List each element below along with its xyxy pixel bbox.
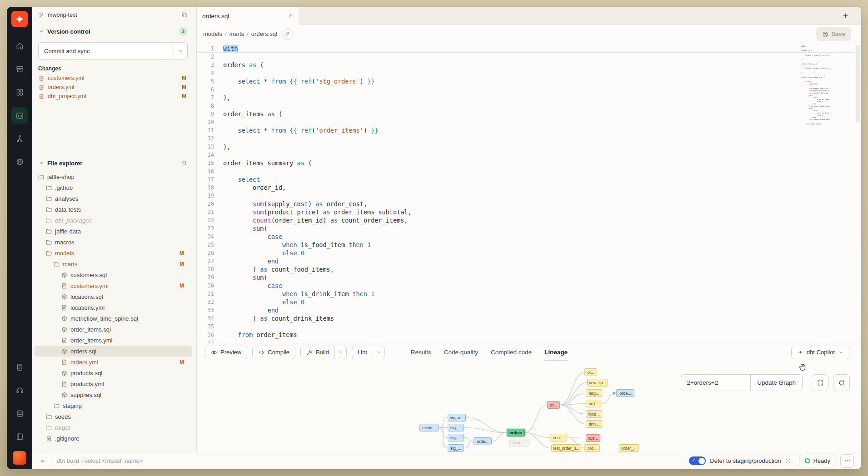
version-control-header[interactable]: Version control 3 <box>32 23 196 40</box>
breadcrumb-item[interactable]: orders.sql <box>251 30 277 37</box>
code-line[interactable]: 8 <box>197 102 861 110</box>
tree-item-.github[interactable]: .github <box>35 182 192 193</box>
close-icon[interactable] <box>288 13 293 19</box>
tree-item-locations.sql[interactable]: locations.sql <box>35 291 192 302</box>
save-button[interactable]: Save <box>816 27 851 41</box>
refresh-icon[interactable] <box>833 374 850 391</box>
code-line[interactable]: 36 from order_items <box>197 331 861 339</box>
more-options-button[interactable] <box>840 454 854 468</box>
nav-item-projects[interactable] <box>11 61 28 77</box>
code-line[interactable]: 24 case <box>197 233 861 241</box>
code-line[interactable]: 35 <box>197 322 861 331</box>
changed-file-orders.yml[interactable]: orders.ymlM <box>32 83 196 92</box>
copy-icon[interactable] <box>181 12 188 18</box>
code-line[interactable]: 22 count(order_item_id) as count_order_i… <box>197 216 861 224</box>
tree-item-products.yml[interactable]: products.yml <box>35 378 192 389</box>
new-tab-button[interactable] <box>839 10 851 22</box>
defer-toggle[interactable] <box>689 456 706 465</box>
build-button[interactable]: Build <box>300 346 335 359</box>
code-line[interactable]: 25 when is_food_item then 1 <box>197 241 861 249</box>
code-editor[interactable]: 1with23orders as (45 select * from {{ re… <box>197 43 861 343</box>
nav-item-orchestration[interactable] <box>11 130 28 147</box>
code-line[interactable]: 17 select <box>197 175 861 183</box>
file-explorer-header[interactable]: File explorer <box>32 155 196 171</box>
tab-orders-sql[interactable]: orders.sql <box>197 7 299 25</box>
code-line[interactable]: 3orders as ( <box>197 61 861 69</box>
code-line[interactable]: 32 else 0 <box>197 298 861 306</box>
code-line[interactable]: 12 <box>197 134 861 143</box>
code-line[interactable]: 18 order_id, <box>197 183 861 192</box>
tree-item-seeds[interactable]: seeds <box>35 411 192 422</box>
avatar[interactable] <box>13 451 26 465</box>
lineage-node-test_[interactable]: test_... <box>509 439 529 446</box>
lineage-node-or[interactable]: or... <box>547 401 560 409</box>
code-line[interactable]: 9order_items as ( <box>197 110 861 118</box>
tree-item-order_items.yml[interactable]: order_items.yml <box>35 335 192 346</box>
tree-item-products.sql[interactable]: products.sql <box>35 367 192 378</box>
tree-item-dbt_packages[interactable]: dbt_packages <box>35 215 192 226</box>
lineage-node-new_cu[interactable]: new_cu... <box>587 379 608 387</box>
lint-button[interactable]: Lint <box>352 346 373 359</box>
code-line[interactable]: 4 <box>197 69 861 77</box>
nav-item-catalog[interactable] <box>11 405 28 421</box>
code-line[interactable]: 6 <box>197 85 861 94</box>
code-line[interactable]: 23 sum( <box>197 224 861 233</box>
nav-item-develop-ide[interactable] <box>11 107 28 124</box>
tab-results[interactable]: Results <box>411 343 431 361</box>
nav-item-apps[interactable] <box>11 84 28 100</box>
code-line[interactable]: 21 sum(product_price) as order_items_sub… <box>197 208 861 216</box>
compile-button[interactable]: Compile <box>252 346 295 359</box>
code-line[interactable]: 34 ) as count_drink_items <box>197 314 861 322</box>
code-line[interactable]: 11 select * from {{ ref('order_items') }… <box>197 126 861 134</box>
lineage-node-ord[interactable]: ord... <box>584 444 600 452</box>
lineage-node-orde[interactable]: orde... <box>474 437 492 445</box>
editor-scrollbar[interactable] <box>856 45 860 122</box>
lineage-node-cus[interactable]: cus... <box>586 434 600 442</box>
changed-file-dbt_project.yml[interactable]: dbt_project.ymlM <box>32 92 196 101</box>
tree-item-customers.yml[interactable]: customers.ymlM <box>35 280 192 291</box>
lineage-node-stg_[interactable]: stg_... <box>448 424 464 431</box>
code-line[interactable]: 5 select * from {{ ref('stg_orders') }} <box>197 77 861 85</box>
breadcrumb-item[interactable]: models <box>203 30 222 37</box>
tab-code-quality[interactable]: Code quality <box>444 343 478 361</box>
lineage-node-cust[interactable]: cust... <box>550 434 567 441</box>
code-line[interactable]: 10 <box>197 118 861 126</box>
code-line[interactable]: 30 case <box>197 282 861 290</box>
tree-item-customers.sql[interactable]: customers.sql <box>35 269 192 280</box>
tree-item-marts[interactable]: martsM <box>35 258 192 269</box>
tree-item-models[interactable]: modelsM <box>35 248 192 258</box>
tree-item-.gitignore[interactable]: .gitignore <box>35 433 192 444</box>
nav-item-explore[interactable] <box>11 154 28 170</box>
code-line[interactable]: 15order_items_summary as ( <box>197 159 861 167</box>
code-line[interactable]: 2 <box>197 53 861 61</box>
nav-item-home[interactable] <box>11 38 28 54</box>
info-icon[interactable] <box>785 458 791 464</box>
code-line[interactable]: 28 ) as count_food_items, <box>197 265 861 273</box>
nav-item-docs[interactable] <box>11 428 28 445</box>
branch-row[interactable]: mwong-test <box>32 7 196 23</box>
tree-item-supplies.sql[interactable]: supplies.sql <box>35 389 192 400</box>
lineage-node-stg_[interactable]: stg_... <box>448 434 464 441</box>
changed-file-customers.yml[interactable]: customers.ymlM <box>32 74 196 83</box>
expand-panel-button[interactable] <box>37 455 49 467</box>
nav-item-notebooks[interactable] <box>11 359 28 375</box>
tree-item-macros[interactable]: macros <box>35 237 192 248</box>
code-line[interactable]: 33 end <box>197 306 861 314</box>
tab-compiled-code[interactable]: Compiled code <box>491 343 532 361</box>
lineage-node-food[interactable]: food... <box>586 410 602 418</box>
search-icon[interactable] <box>181 160 188 166</box>
lineage-node-test_order_it[interactable]: test_order_it... <box>551 444 581 452</box>
code-line[interactable]: 7), <box>197 94 861 102</box>
tree-item-metricflow_time_spine.sql[interactable]: metricflow_time_spine.sql <box>35 313 192 324</box>
code-line[interactable]: 20 sum(supply_cost) as order_cost, <box>197 200 861 208</box>
breadcrumb-item[interactable]: marts <box>229 30 244 37</box>
tree-item-data-tests[interactable]: data-tests <box>35 204 192 215</box>
code-line[interactable]: 1with <box>197 45 861 53</box>
code-line[interactable]: 16 <box>197 167 861 175</box>
copy-link-button[interactable] <box>282 28 294 40</box>
tree-item-order_items.sql[interactable]: order_items.sql <box>35 324 192 335</box>
lineage-selector-input[interactable] <box>681 375 750 391</box>
tab-lineage[interactable]: Lineage <box>544 343 568 361</box>
preview-button[interactable]: Preview <box>205 346 247 359</box>
tree-item-staging[interactable]: staging <box>35 400 192 411</box>
